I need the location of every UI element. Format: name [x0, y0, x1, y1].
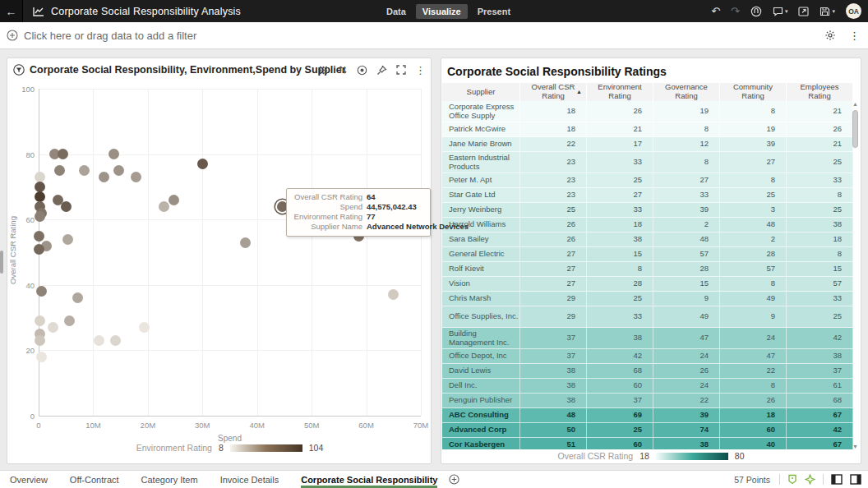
- data-point[interactable]: [169, 195, 179, 205]
- data-point[interactable]: [139, 322, 150, 333]
- data-point[interactable]: [388, 289, 399, 300]
- column-header-overall-csr-rating[interactable]: Overall CSR Rating▲: [520, 83, 587, 101]
- rating-cell[interactable]: 47: [720, 349, 787, 363]
- rating-cell[interactable]: 38: [787, 218, 853, 232]
- rating-cell[interactable]: 27: [720, 152, 787, 173]
- rating-cell[interactable]: 27: [520, 277, 587, 291]
- table-row[interactable]: General Electric271557288: [442, 247, 853, 262]
- canvas-scroll-handle[interactable]: [0, 251, 3, 274]
- supplier-cell[interactable]: Corporate Express Office Supply: [442, 101, 520, 122]
- rating-cell[interactable]: 26: [653, 364, 720, 378]
- color-grid-icon[interactable]: [318, 65, 329, 76]
- rating-cell[interactable]: 48: [520, 408, 587, 422]
- rating-cell[interactable]: 33: [587, 306, 653, 327]
- rating-cell[interactable]: 27: [653, 173, 720, 187]
- data-point[interactable]: [35, 335, 45, 346]
- rating-cell[interactable]: 8: [787, 247, 853, 261]
- table-row[interactable]: Vision272815857: [442, 277, 853, 292]
- rating-cell[interactable]: 68: [787, 394, 853, 407]
- column-header-supplier[interactable]: Supplier: [442, 83, 520, 101]
- back-button[interactable]: ←: [0, 0, 23, 22]
- rating-cell[interactable]: 69: [587, 408, 653, 422]
- supplier-cell[interactable]: General Electric: [442, 247, 520, 261]
- rating-cell[interactable]: 25: [587, 173, 653, 187]
- table-row[interactable]: Rolf Kievit278285715: [442, 262, 853, 277]
- rating-cell[interactable]: 37: [520, 349, 587, 363]
- column-header-environment-rating[interactable]: Environment Rating: [587, 83, 653, 101]
- rating-cell[interactable]: 37: [520, 328, 587, 348]
- data-point[interactable]: [35, 191, 45, 202]
- table-row[interactable]: Patrick McGwire182181926: [442, 122, 853, 137]
- add-filter-button[interactable]: Click here or drag data to add a filter: [7, 30, 196, 42]
- rating-cell[interactable]: 2: [720, 232, 787, 246]
- supplier-cell[interactable]: David Lewis: [442, 364, 520, 378]
- supplier-cell[interactable]: Vision: [442, 277, 520, 291]
- data-point[interactable]: [54, 165, 65, 176]
- pin-icon[interactable]: [376, 65, 387, 76]
- rating-cell[interactable]: 33: [587, 152, 653, 173]
- data-point[interactable]: [159, 201, 169, 212]
- column-header-governance-rating[interactable]: Governance Rating: [653, 83, 720, 101]
- rating-cell[interactable]: 23: [520, 188, 587, 202]
- rating-cell[interactable]: 60: [720, 423, 787, 437]
- canvas-tab-off-contract[interactable]: Off-Contract: [70, 471, 119, 488]
- rating-cell[interactable]: 50: [520, 423, 587, 437]
- supplier-cell[interactable]: Cor Kasbergen: [442, 438, 520, 449]
- supplier-cell[interactable]: Peter M. Apt: [442, 173, 520, 187]
- rating-cell[interactable]: 42: [787, 423, 853, 437]
- rating-cell[interactable]: 15: [787, 262, 853, 276]
- rating-cell[interactable]: 17: [587, 137, 653, 151]
- supplier-cell[interactable]: Jerry Weinberg: [442, 203, 520, 217]
- rating-cell[interactable]: 18: [520, 122, 587, 136]
- scrollbar-thumb[interactable]: [852, 110, 858, 148]
- table-row[interactable]: Dell Inc.386024861: [442, 379, 853, 394]
- table-row[interactable]: Office Supplies, Inc.293349925: [442, 306, 853, 328]
- rating-cell[interactable]: 28: [587, 277, 653, 291]
- supplier-cell[interactable]: Penguin Publisher: [442, 394, 520, 407]
- open-window-icon[interactable]: [798, 7, 809, 16]
- data-point[interactable]: [110, 335, 121, 346]
- data-point[interactable]: [36, 352, 47, 362]
- data-point[interactable]: [61, 201, 72, 212]
- rating-cell[interactable]: 67: [787, 438, 853, 449]
- rating-cell[interactable]: 60: [587, 379, 653, 393]
- rating-cell[interactable]: 23: [520, 152, 587, 173]
- supplier-cell[interactable]: Chris Marsh: [442, 292, 520, 306]
- data-point[interactable]: [79, 165, 90, 176]
- data-point[interactable]: [113, 165, 124, 176]
- table-row[interactable]: Eastern Industrial Products233382725: [442, 152, 853, 173]
- rating-cell[interactable]: 67: [787, 408, 853, 422]
- rating-cell[interactable]: 24: [653, 379, 720, 393]
- data-point[interactable]: [64, 315, 75, 326]
- supplier-cell[interactable]: Rolf Kievit: [442, 262, 520, 276]
- rating-cell[interactable]: 48: [720, 218, 787, 232]
- supplier-cell[interactable]: Advanced Corp: [442, 423, 520, 437]
- rating-cell[interactable]: 22: [520, 137, 587, 151]
- rating-cell[interactable]: 40: [720, 438, 787, 449]
- data-point[interactable]: [58, 149, 68, 159]
- mode-tab-data[interactable]: Data: [380, 4, 413, 19]
- rating-cell[interactable]: 28: [653, 262, 720, 276]
- redo-icon[interactable]: ↷: [731, 5, 740, 17]
- user-avatar[interactable]: OA: [846, 3, 861, 19]
- rating-cell[interactable]: 49: [720, 292, 787, 306]
- rating-cell[interactable]: 57: [720, 262, 787, 276]
- rating-cell[interactable]: 21: [787, 137, 853, 151]
- rating-cell[interactable]: 8: [720, 173, 787, 187]
- rating-cell[interactable]: 24: [720, 328, 787, 348]
- table-row[interactable]: David Lewis3868262237: [442, 364, 853, 379]
- rating-cell[interactable]: 8: [653, 122, 720, 136]
- rating-cell[interactable]: 25: [720, 188, 787, 202]
- table-row[interactable]: Corporate Express Office Supply182619821: [442, 101, 853, 122]
- data-point[interactable]: [36, 286, 47, 297]
- spark-icon[interactable]: [805, 474, 815, 485]
- rating-cell[interactable]: 38: [587, 328, 653, 348]
- rating-cell[interactable]: 37: [787, 364, 853, 378]
- table-scrollbar[interactable]: ▲ ▼: [852, 101, 859, 449]
- canvas-tab-category-item[interactable]: Category Item: [141, 471, 198, 488]
- rating-cell[interactable]: 48: [653, 232, 720, 246]
- data-point[interactable]: [240, 237, 251, 248]
- scroll-up-icon[interactable]: ▲: [852, 101, 859, 107]
- rating-cell[interactable]: 28: [720, 247, 787, 261]
- supplier-cell[interactable]: Office Supplies, Inc.: [442, 306, 520, 327]
